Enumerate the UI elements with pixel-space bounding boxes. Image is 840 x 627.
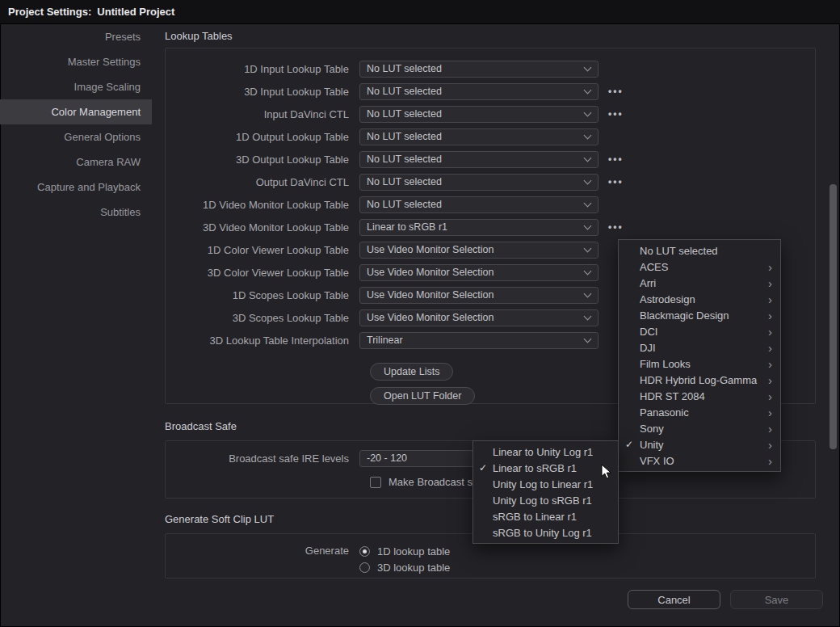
menu-item-hdr-hlg[interactable]: HDR Hybrid Log-Gamma › <box>619 372 780 388</box>
dropdown-value: No LUT selected <box>367 86 442 97</box>
generate-radio-group: 1D lookup table 3D lookup table <box>359 543 450 575</box>
vertical-scrollbar-thumb[interactable] <box>830 184 837 449</box>
row-label: Output DaVinci CTL <box>166 176 359 188</box>
row-label: 3D Color Viewer Lookup Table <box>166 267 359 279</box>
menu-item-hdr-st2084[interactable]: HDR ST 2084 › <box>619 388 780 404</box>
settings-sidebar: Presets Master Settings Image Scaling Co… <box>0 24 152 627</box>
3d-lut-interpolation-dropdown[interactable]: Trilinear <box>359 332 598 349</box>
more-options-button[interactable]: ••• <box>608 108 624 120</box>
dropdown-value: Trilinear <box>367 335 403 346</box>
sidebar-item-camera-raw[interactable]: Camera RAW <box>0 149 152 175</box>
radio-button-icon[interactable] <box>359 546 370 557</box>
row-label: 1D Color Viewer Lookup Table <box>166 244 359 256</box>
output-davinci-ctl-dropdown[interactable]: No LUT selected <box>359 174 598 191</box>
row-3d-output-lut: 3D Output Lookup Table No LUT selected •… <box>166 148 815 170</box>
menu-item-label: No LUT selected <box>640 245 718 257</box>
1d-input-lut-dropdown[interactable]: No LUT selected <box>359 61 598 78</box>
submenu-item-linear-to-srgb[interactable]: ✓ Linear to sRGB r1 <box>473 460 618 476</box>
update-lists-button[interactable]: Update Lists <box>370 363 453 381</box>
menu-item-label: DJI <box>640 342 656 354</box>
chevron-down-icon <box>584 177 592 185</box>
submenu-item-srgb-to-linear[interactable]: sRGB to Linear r1 <box>473 508 618 524</box>
sidebar-item-subtitles[interactable]: Subtitles <box>0 200 152 225</box>
3d-color-viewer-lut-dropdown[interactable]: Use Video Monitor Selection <box>359 264 598 281</box>
menu-item-label: Linear to sRGB r1 <box>493 462 577 474</box>
chevron-down-icon <box>584 245 592 253</box>
menu-item-unity[interactable]: ✓ Unity › <box>619 436 780 452</box>
radio-option-1d[interactable]: 1D lookup table <box>359 543 450 559</box>
chevron-down-icon <box>584 313 592 321</box>
submenu-chevron-icon: › <box>768 261 772 273</box>
chevron-down-icon <box>584 335 592 343</box>
3d-video-monitor-lut-dropdown[interactable]: Linear to sRGB r1 <box>359 219 598 236</box>
more-options-button[interactable]: ••• <box>608 221 624 233</box>
radio-option-3d[interactable]: 3D lookup table <box>359 559 450 575</box>
input-davinci-ctl-dropdown[interactable]: No LUT selected <box>359 106 598 123</box>
soft-clip-header: Generate Soft Clip LUT <box>165 513 274 525</box>
row-label: 3D Video Monitor Lookup Table <box>166 221 359 234</box>
row-label: 3D Output Lookup Table <box>166 154 359 166</box>
submenu-chevron-icon: › <box>768 358 772 370</box>
menu-item-astrodesign[interactable]: Astrodesign › <box>619 291 780 307</box>
dropdown-value: Use Video Monitor Selection <box>367 289 494 301</box>
menu-item-film-looks[interactable]: Film Looks › <box>619 356 780 372</box>
dropdown-value: Use Video Monitor Selection <box>367 312 494 323</box>
dialog-title: Project Settings: <box>8 6 91 18</box>
menu-item-label: Arri <box>640 277 656 289</box>
more-options-button[interactable]: ••• <box>608 154 624 165</box>
row-label: 3D Scopes Lookup Table <box>166 312 359 324</box>
row-1d-input-lut: 1D Input Lookup Table No LUT selected <box>166 57 815 80</box>
check-icon: ✓ <box>479 462 487 473</box>
more-options-button[interactable]: ••• <box>608 86 624 97</box>
lookup-tables-header: Lookup Tables <box>165 30 233 42</box>
row-3d-video-monitor-lut: 3D Video Monitor Lookup Table Linear to … <box>166 216 815 238</box>
submenu-item-linear-to-unity-log[interactable]: Linear to Unity Log r1 <box>473 444 618 460</box>
submenu-chevron-icon: › <box>768 326 772 338</box>
menu-item-arri[interactable]: Arri › <box>619 275 780 291</box>
sidebar-item-presets[interactable]: Presets <box>0 24 152 49</box>
3d-input-lut-dropdown[interactable]: No LUT selected <box>359 83 598 100</box>
1d-scopes-lut-dropdown[interactable]: Use Video Monitor Selection <box>359 287 598 304</box>
menu-item-panasonic[interactable]: Panasonic › <box>619 404 780 420</box>
submenu-item-unity-log-to-srgb[interactable]: Unity Log to sRGB r1 <box>473 492 618 508</box>
menu-item-label: Film Looks <box>640 358 691 370</box>
menu-item-aces[interactable]: ACES › <box>619 259 780 275</box>
sidebar-item-capture-playback[interactable]: Capture and Playback <box>0 175 152 200</box>
1d-video-monitor-lut-dropdown[interactable]: No LUT selected <box>359 196 598 213</box>
sidebar-item-general-options[interactable]: General Options <box>0 124 152 149</box>
dropdown-value: No LUT selected <box>367 176 442 187</box>
1d-output-lut-dropdown[interactable]: No LUT selected <box>359 128 598 145</box>
menu-item-dci[interactable]: DCI › <box>619 323 780 339</box>
menu-item-label: Unity Log to Linear r1 <box>493 478 593 490</box>
3d-scopes-lut-dropdown[interactable]: Use Video Monitor Selection <box>359 309 598 326</box>
dropdown-value: No LUT selected <box>367 199 442 210</box>
menu-item-label: VFX IO <box>640 455 674 467</box>
open-lut-folder-button[interactable]: Open LUT Folder <box>370 387 475 405</box>
sidebar-item-master-settings[interactable]: Master Settings <box>0 49 152 74</box>
submenu-chevron-icon: › <box>768 277 772 289</box>
menu-item-dji[interactable]: DJI › <box>619 339 780 356</box>
row-label: 3D Lookup Table Interpolation <box>166 335 359 347</box>
save-button[interactable]: Save <box>730 590 823 609</box>
chevron-down-icon <box>584 64 592 72</box>
row-label: 1D Scopes Lookup Table <box>166 289 359 301</box>
cancel-button[interactable]: Cancel <box>628 590 720 609</box>
menu-item-label: Unity Log to sRGB r1 <box>493 494 592 507</box>
menu-item-label: DCI <box>640 326 657 338</box>
make-broadcast-safe-checkbox[interactable] <box>370 477 381 488</box>
radio-button-icon[interactable] <box>359 562 370 573</box>
submenu-chevron-icon: › <box>768 374 772 386</box>
menu-item-blackmagic[interactable]: Blackmagic Design › <box>619 307 780 323</box>
sidebar-item-image-scaling[interactable]: Image Scaling <box>0 74 152 99</box>
project-name: Untitled Project <box>97 6 174 18</box>
3d-output-lut-dropdown[interactable]: No LUT selected <box>359 151 598 168</box>
submenu-item-srgb-to-unity-log[interactable]: sRGB to Unity Log r1 <box>473 524 618 541</box>
menu-item-vfx-io[interactable]: VFX IO › <box>619 452 780 469</box>
submenu-item-unity-log-to-linear[interactable]: Unity Log to Linear r1 <box>473 476 618 492</box>
menu-item-no-lut[interactable]: No LUT selected <box>619 242 780 259</box>
sidebar-item-color-management[interactable]: Color Management <box>0 99 152 124</box>
menu-item-sony[interactable]: Sony › <box>619 420 780 436</box>
more-options-button[interactable]: ••• <box>608 176 624 187</box>
submenu-chevron-icon: › <box>768 342 772 354</box>
1d-color-viewer-lut-dropdown[interactable]: Use Video Monitor Selection <box>359 242 598 259</box>
